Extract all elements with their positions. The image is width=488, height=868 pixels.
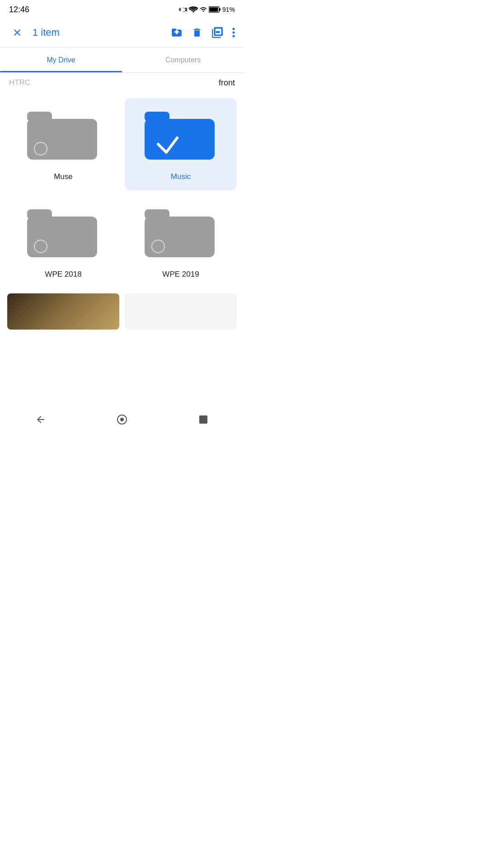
muse-folder-svg: [27, 107, 99, 166]
music-icon-wrap: [145, 107, 217, 166]
wpe2018-folder-svg: [27, 205, 99, 264]
svg-rect-1: [209, 8, 218, 12]
folder-muse[interactable]: Muse: [7, 98, 119, 190]
wpe2018-icon-wrap: [27, 205, 99, 264]
action-bar: 1 item: [0, 18, 244, 47]
partial-item-label-right: front: [219, 78, 235, 88]
svg-point-4: [233, 28, 235, 30]
select-all-button[interactable]: [211, 27, 223, 38]
svg-rect-11: [145, 119, 215, 160]
svg-point-5: [233, 32, 235, 34]
svg-rect-13: [27, 217, 97, 257]
folder-wpe2019-label: WPE 2019: [162, 270, 199, 279]
partial-thumb-right[interactable]: [125, 293, 237, 330]
back-button[interactable]: [30, 409, 52, 430]
partial-item-name-left: HTRC: [9, 78, 30, 87]
battery-percent: 91%: [222, 6, 235, 13]
svg-rect-8: [27, 119, 97, 160]
svg-rect-16: [145, 217, 215, 257]
status-bar: 12:46 91%: [0, 0, 244, 18]
tab-my-drive[interactable]: My Drive: [0, 47, 122, 72]
move-button[interactable]: [171, 27, 183, 38]
partial-bottom-row: [0, 293, 244, 330]
tab-computers[interactable]: Computers: [122, 47, 244, 72]
wifi-icon: [189, 6, 198, 13]
recents-button[interactable]: [192, 409, 214, 430]
battery-icon: [209, 6, 221, 13]
status-icons: 91%: [179, 5, 235, 14]
svg-rect-20: [199, 415, 207, 424]
folder-muse-label: Muse: [54, 172, 73, 181]
action-icons: [171, 27, 235, 38]
folder-music[interactable]: Music: [125, 98, 237, 190]
music-folder-svg: [145, 107, 217, 166]
partial-thumb-left[interactable]: [7, 293, 119, 330]
folder-music-label: Music: [171, 172, 191, 181]
muse-icon-wrap: [27, 107, 99, 166]
delete-button[interactable]: [192, 27, 202, 38]
more-button[interactable]: [232, 27, 235, 38]
signal-icon: [200, 6, 207, 13]
svg-rect-2: [219, 8, 221, 11]
folder-wpe2018[interactable]: WPE 2018: [7, 196, 119, 288]
folder-wpe2019[interactable]: WPE 2019: [125, 196, 237, 288]
vibrate-icon: [179, 5, 187, 14]
status-time: 12:46: [9, 5, 29, 14]
svg-point-6: [233, 35, 235, 38]
folder-grid: Muse Music WPE 2018: [0, 93, 244, 293]
wpe2019-icon-wrap: [145, 205, 217, 264]
home-button[interactable]: [111, 409, 133, 430]
close-button[interactable]: [9, 24, 25, 41]
svg-point-19: [120, 418, 124, 421]
folder-wpe2018-label: WPE 2018: [45, 270, 81, 279]
partial-top-item: HTRC front: [0, 73, 244, 93]
tab-bar: My Drive Computers: [0, 47, 244, 73]
bottom-nav: [0, 405, 244, 434]
wpe2019-folder-svg: [145, 205, 217, 264]
selection-count: 1 item: [33, 27, 164, 38]
